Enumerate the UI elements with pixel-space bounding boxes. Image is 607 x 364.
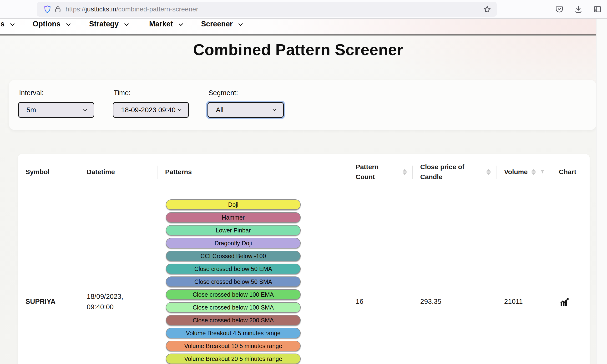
table-row: SUPRIYA 18/09/2023,09:40:00 Doji Hammer … (18, 190, 590, 364)
lock-icon[interactable] (53, 4, 63, 14)
interval-label: Interval: (19, 89, 94, 97)
browser-toolbar: https://justticks.in/combined-pattern-sc… (0, 0, 607, 19)
page-content: Combined Pattern Screener Interval: 5m T… (0, 36, 596, 364)
sort-icon[interactable] (531, 169, 536, 175)
tracking-protection-shield-icon[interactable] (42, 4, 53, 14)
site-navbar: s Options Strategy Market Screener (0, 19, 596, 36)
datetime-cell: 18/09/2023,09:40:00 (79, 190, 157, 364)
symbol-cell: SUPRIYA (18, 190, 79, 364)
table-header-row: Symbol Datetime Patterns Pattern Count C… (18, 154, 590, 190)
pattern-badge: Close crossed below 50 SMA (166, 276, 301, 287)
address-bar[interactable]: https://justticks.in/combined-pattern-sc… (37, 2, 497, 17)
pattern-badge: Close crossed below 200 SMA (166, 315, 301, 325)
nav-item-label: Strategy (89, 20, 119, 28)
column-header-datetime: Datetime (79, 154, 157, 190)
sidebar-toggle-icon[interactable] (592, 4, 603, 14)
pattern-badge: Doji (166, 199, 301, 210)
pattern-badge: Close crossed below 100 SMA (166, 302, 301, 312)
nav-item-label: Market (149, 20, 173, 28)
column-header-pattern-count: Pattern Count (348, 154, 413, 190)
sort-icon[interactable] (486, 169, 491, 175)
volume-cell: 21011 (497, 190, 551, 364)
bookmark-star-icon[interactable] (482, 4, 492, 14)
chevron-down-icon (237, 21, 244, 28)
screener-table: Symbol Datetime Patterns Pattern Count C… (18, 154, 590, 364)
pattern-count-cell: 16 (348, 190, 413, 364)
url-text: https://justticks.in/combined-pattern-sc… (66, 5, 198, 13)
interval-select[interactable]: 5m (18, 102, 94, 118)
chart-cell (551, 190, 590, 364)
time-select[interactable]: 18-09-2023 09:40 (113, 102, 189, 118)
nav-item-market[interactable]: Market (149, 20, 184, 28)
column-header-volume: Volume (497, 154, 551, 190)
download-icon[interactable] (573, 4, 584, 14)
scrollbar[interactable] (596, 19, 607, 364)
nav-item-label: s (0, 20, 4, 28)
filter-funnel-icon[interactable] (539, 169, 545, 175)
column-header-close-price: Close price of Candle (413, 154, 497, 190)
column-header-patterns: Patterns (157, 154, 348, 190)
sort-icon[interactable] (403, 169, 407, 175)
pattern-badge: Lower Pinbar (166, 225, 301, 235)
close-price-cell: 293.35 (413, 190, 497, 364)
column-header-chart: Chart (551, 154, 590, 190)
page-title: Combined Pattern Screener (0, 41, 596, 59)
patterns-cell: Doji Hammer Lower Pinbar Dragonfly Doji … (157, 190, 348, 364)
segment-value: All (216, 106, 223, 114)
time-filter: Time: 18-09-2023 09:40 (113, 89, 189, 118)
nav-item-label: Options (33, 20, 60, 28)
nav-item-truncated[interactable]: s (0, 20, 15, 28)
nav-item-screener[interactable]: Screener (201, 20, 244, 28)
segment-filter: Segment: All (207, 89, 284, 118)
pattern-badge: Volume Breakout 20 5 minutes range (166, 353, 301, 364)
filter-panel: Interval: 5m Time: 18-09-2023 09:40 Segm… (9, 80, 596, 130)
chevron-down-icon (178, 21, 184, 28)
pattern-badge: Volume Breakout 10 5 minutes range (166, 341, 301, 351)
time-value: 18-09-2023 09:40 (121, 106, 176, 114)
chart-link-icon[interactable] (559, 296, 570, 307)
interval-value: 5m (27, 106, 36, 114)
nav-item-label: Screener (201, 20, 233, 28)
segment-select[interactable]: All (207, 102, 284, 118)
nav-item-options[interactable]: Options (33, 20, 71, 28)
chevron-down-icon (65, 21, 71, 28)
pattern-badge: CCI Crossed Below -100 (166, 251, 301, 261)
chevron-down-icon (82, 107, 88, 113)
chevron-down-icon (124, 21, 130, 28)
pattern-badge: Dragonfly Doji (166, 238, 301, 248)
pocket-icon[interactable] (554, 4, 565, 14)
chevron-down-icon (272, 107, 277, 113)
time-label: Time: (114, 89, 189, 97)
pattern-badge: Close crossed below 100 EMA (166, 289, 301, 300)
pattern-badge: Close crossed below 50 EMA (166, 264, 301, 274)
interval-filter: Interval: 5m (18, 89, 94, 118)
segment-label: Segment: (208, 89, 284, 97)
column-header-symbol: Symbol (18, 154, 79, 190)
pattern-badge: Hammer (166, 212, 301, 223)
pattern-badge: Volume Breakout 4 5 minutes range (166, 328, 301, 338)
nav-item-strategy[interactable]: Strategy (89, 20, 130, 28)
chevron-down-icon (9, 21, 15, 28)
chevron-down-icon (177, 107, 182, 113)
